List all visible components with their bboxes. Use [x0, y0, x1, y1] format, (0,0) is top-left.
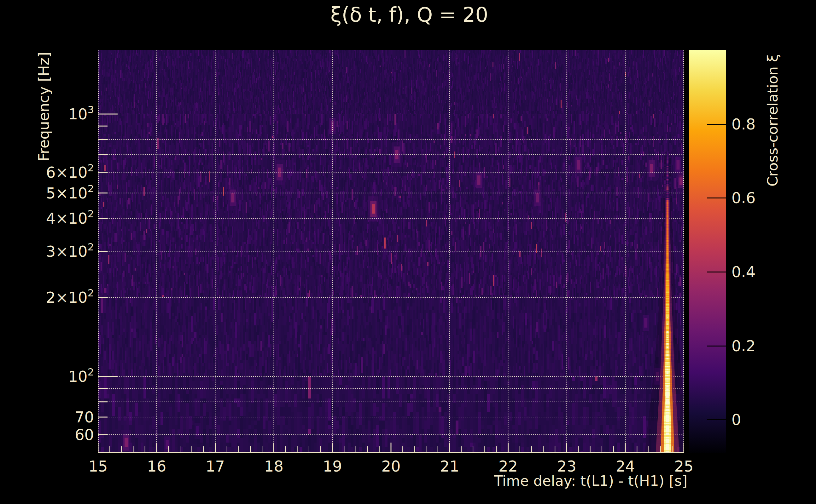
- colorbar-tick: [707, 272, 726, 272]
- colorbar-tick-label: 0.4: [732, 261, 756, 282]
- y-tick-main: 6×10: [46, 163, 88, 181]
- heatmap-canvas: [98, 50, 684, 453]
- colorbar-tick-label: 0.8: [732, 114, 756, 135]
- colorbar-tick: [707, 124, 726, 125]
- y-tick-exponent: 2: [88, 287, 94, 299]
- y-tick-exponent: 2: [88, 162, 94, 174]
- y-tick-main: 10: [68, 105, 88, 123]
- y-tick-main: 4×10: [46, 209, 88, 227]
- y-tick-label: 6×102: [13, 162, 94, 183]
- y-tick-label: 5×102: [13, 182, 94, 204]
- y-tick-exponent: 3: [88, 104, 94, 116]
- colorbar-label: Cross-correlation ξ: [764, 54, 781, 186]
- y-tick-label: 3×102: [13, 241, 94, 262]
- y-tick-exponent: 2: [88, 241, 94, 253]
- colorbar-tick-label: 0: [732, 409, 741, 430]
- colorbar-tick: [707, 198, 726, 198]
- y-tick-label: 103: [13, 103, 94, 125]
- y-tick-exponent: 2: [88, 366, 94, 378]
- y-tick-main: 3×10: [46, 243, 88, 260]
- y-tick-main: 2×10: [46, 289, 88, 306]
- y-tick-label: 4×102: [13, 208, 94, 229]
- figure: ξ(δ t, f), Q = 20 Frequency [Hz] 1036×10…: [0, 0, 816, 504]
- y-tick-main: 10: [68, 368, 88, 385]
- y-tick-label: 60: [13, 424, 94, 445]
- colorbar-tick-label: 0.6: [732, 187, 756, 208]
- colorbar-tick: [707, 419, 726, 420]
- y-tick-main: 70: [75, 408, 94, 426]
- y-tick-exponent: 2: [88, 208, 94, 220]
- y-tick-label: 2×102: [13, 287, 94, 308]
- colorbar-tick-label: 0.2: [732, 335, 756, 356]
- y-tick-exponent: 2: [88, 183, 94, 195]
- x-axis-label: Time delay: t(L1) - t(H1) [s]: [0, 473, 687, 489]
- y-tick-main: 60: [75, 426, 94, 444]
- chart-title: ξ(δ t, f), Q = 20: [330, 3, 488, 26]
- y-tick-label: 102: [13, 366, 94, 387]
- y-tick-main: 5×10: [46, 184, 88, 202]
- colorbar: [689, 50, 726, 453]
- colorbar-tick: [707, 346, 726, 347]
